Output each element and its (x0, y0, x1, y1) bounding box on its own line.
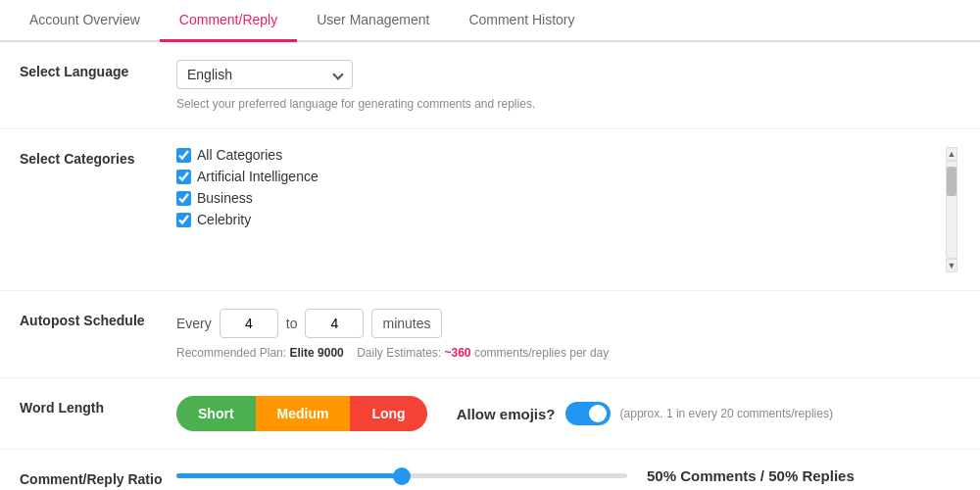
category-label-ai: Artificial Intelligence (197, 169, 318, 184)
tab-account-overview[interactable]: Account Overview (10, 0, 160, 42)
toggle-slider (565, 402, 611, 425)
hint-prefix: Recommended Plan: (176, 346, 286, 360)
language-select[interactable]: English (176, 60, 353, 89)
ratio-slider[interactable] (176, 473, 627, 478)
autopost-row: Autopost Schedule Every to minutes Recom… (0, 291, 980, 378)
tab-comment-history[interactable]: Comment History (449, 0, 594, 42)
ratio-value: 50% Comments / 50% Replies (647, 467, 855, 484)
word-length-medium-button[interactable]: Medium (256, 396, 351, 431)
word-length-wrap: Short Medium Long Allow emojis? (approx.… (176, 396, 960, 431)
ratio-row: Comment/Reply Ratio 50% Comments / 50% R… (0, 450, 980, 490)
allow-emoji-label: Allow emojis? (457, 406, 556, 422)
category-checkbox-all[interactable] (176, 148, 191, 163)
word-length-content: Short Medium Long Allow emojis? (approx.… (176, 396, 960, 431)
hint-plan: Elite 9000 (289, 346, 343, 360)
ratio-content: 50% Comments / 50% Replies Due to its ra… (176, 467, 960, 490)
ratio-label: Comment/Reply Ratio (20, 467, 176, 487)
tab-comment-reply[interactable]: Comment/Reply (160, 0, 297, 42)
scroll-down-arrow[interactable]: ▼ (946, 259, 957, 272)
hint-daily: Daily Estimates: (357, 346, 441, 360)
word-length-short-button[interactable]: Short (176, 396, 256, 431)
categories-row: Select Categories All Categories Artific… (0, 129, 980, 291)
category-checkbox-ai[interactable] (176, 170, 191, 184)
category-checkbox-business[interactable] (176, 191, 191, 206)
list-item: Artificial Intelligence (176, 169, 943, 184)
category-checkbox-celebrity[interactable] (176, 213, 191, 227)
category-label-all: All Categories (197, 147, 282, 163)
scroll-thumb[interactable] (947, 167, 956, 196)
word-length-toggle: Short Medium Long (176, 396, 427, 431)
language-hint: Select your preferred language for gener… (176, 97, 960, 111)
list-item: Business (176, 190, 943, 206)
category-label-business: Business (197, 190, 253, 206)
categories-wrap: All Categories Artificial Intelligence B… (176, 147, 960, 272)
scroll-up-arrow[interactable]: ▲ (946, 147, 957, 161)
word-length-row: Word Length Short Medium Long Allow emoj… (0, 378, 980, 450)
autopost-content: Every to minutes Recommended Plan: Elite… (176, 309, 960, 360)
schedule-unit: minutes (371, 309, 441, 338)
every-text: Every (176, 316, 212, 331)
emoji-toggle[interactable] (565, 402, 611, 425)
categories-content: All Categories Artificial Intelligence B… (176, 147, 960, 272)
autopost-hint: Recommended Plan: Elite 9000 Daily Estim… (176, 346, 960, 360)
language-label: Select Language (20, 60, 176, 79)
tab-user-management[interactable]: User Management (297, 0, 449, 42)
emoji-hint: (approx. 1 in every 20 comments/replies) (620, 407, 833, 420)
schedule-from-input[interactable] (220, 309, 278, 338)
nav-tabs: Account Overview Comment/Reply User Mana… (0, 0, 980, 42)
list-item: Celebrity (176, 212, 943, 227)
category-label-celebrity: Celebrity (197, 212, 251, 227)
scroll-track (946, 161, 957, 259)
chevron-down-icon (332, 69, 343, 79)
content-area: Select Language English Select your pref… (0, 42, 980, 490)
scrollbar: ▲ ▼ (943, 147, 960, 272)
language-row: Select Language English Select your pref… (0, 42, 980, 129)
allow-emoji-section: Allow emojis? (approx. 1 in every 20 com… (457, 402, 833, 425)
word-length-label: Word Length (20, 396, 176, 416)
ratio-wrap: 50% Comments / 50% Replies Due to its ra… (176, 467, 960, 490)
hint-count: ~360 (445, 346, 471, 360)
categories-label: Select Categories (20, 147, 176, 167)
ratio-slider-row: 50% Comments / 50% Replies (176, 467, 960, 484)
schedule-to-input[interactable] (305, 309, 364, 338)
autopost-label: Autopost Schedule (20, 309, 176, 328)
language-content: English Select your preferred language f… (176, 60, 960, 111)
word-length-long-button[interactable]: Long (350, 396, 426, 431)
categories-list: All Categories Artificial Intelligence B… (176, 147, 943, 272)
language-selected-value: English (187, 67, 232, 82)
to-text: to (286, 316, 298, 331)
schedule-inputs: Every to minutes (176, 309, 960, 338)
hint-suffix: comments/replies per day (474, 346, 609, 360)
list-item: All Categories (176, 147, 943, 163)
